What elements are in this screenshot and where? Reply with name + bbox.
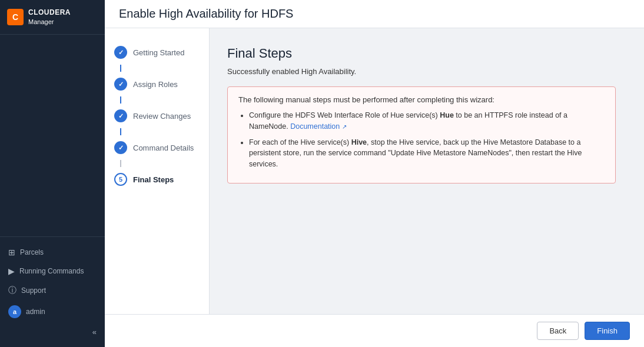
notice-list: Configure the HDFS Web Interface Role of… xyxy=(238,110,605,170)
checkmark-icon: ✓ xyxy=(118,81,124,88)
notice-box: The following manual steps must be perfo… xyxy=(227,86,616,183)
step-connector-3 xyxy=(120,128,121,135)
step-label-review-changes: Review Changes xyxy=(133,112,191,121)
step-connector-1 xyxy=(120,65,121,72)
step-label-assign-roles: Assign Roles xyxy=(133,80,178,89)
page-content: Final Steps Successfully enabled High Av… xyxy=(210,28,644,314)
finish-button[interactable]: Finish xyxy=(585,322,630,340)
page-header-title: Enable High Availability for HDFS xyxy=(119,7,630,21)
step-connector-2 xyxy=(120,96,121,104)
step-circle-command-details: ✓ xyxy=(114,141,127,154)
checkmark-icon: ✓ xyxy=(118,49,124,56)
sidebar-bottom: ⊞ Parcels ▶ Running Commands ⓘ Support a… xyxy=(0,236,105,347)
step-circle-assign-roles: ✓ xyxy=(114,78,127,91)
step-connector-4 xyxy=(120,160,121,167)
success-message: Successfully enabled High Availability. xyxy=(227,67,626,76)
step-circle-final-steps: 5 xyxy=(114,173,127,186)
notice-item-1-bold: Hue xyxy=(440,111,454,119)
parcels-icon: ⊞ xyxy=(8,248,15,257)
step-getting-started[interactable]: ✓ Getting Started xyxy=(105,40,209,65)
step-review-changes[interactable]: ✓ Review Changes xyxy=(105,104,209,128)
footer: Back Finish xyxy=(105,314,644,347)
logo-icon: C xyxy=(7,9,24,25)
logo-area: C CLOUDERA Manager xyxy=(0,0,105,35)
notice-intro: The following manual steps must be perfo… xyxy=(238,95,605,104)
notice-item-2-before: For each of the Hive service(s) xyxy=(249,138,351,146)
checkmark-icon: ✓ xyxy=(118,144,124,152)
sidebar-item-support[interactable]: ⓘ Support xyxy=(0,281,105,301)
wizard-steps-panel: ✓ Getting Started ✓ Assign Roles ✓ Revie… xyxy=(105,28,210,314)
step-circle-review-changes: ✓ xyxy=(114,109,127,122)
step-label-final-steps: Final Steps xyxy=(133,175,174,184)
sidebar-item-admin[interactable]: a admin xyxy=(0,301,105,323)
sidebar-collapse-button[interactable]: « xyxy=(0,323,105,341)
sidebar-item-running-commands[interactable]: ▶ Running Commands xyxy=(0,262,105,281)
notice-item-2: For each of the Hive service(s) Hive, st… xyxy=(249,137,605,170)
support-icon: ⓘ xyxy=(8,285,16,296)
notice-item-1-before: Configure the HDFS Web Interface Role of… xyxy=(249,111,440,119)
logo-text: CLOUDERA Manager xyxy=(28,8,71,26)
checkmark-icon: ✓ xyxy=(118,112,124,120)
step-command-details[interactable]: ✓ Command Details xyxy=(105,135,209,160)
notice-item-1: Configure the HDFS Web Interface Role of… xyxy=(249,110,605,132)
page-header: Enable High Availability for HDFS xyxy=(105,0,644,28)
step-circle-getting-started: ✓ xyxy=(114,46,127,59)
page-title: Final Steps xyxy=(227,46,626,61)
notice-item-2-bold: Hive xyxy=(351,138,367,146)
back-button[interactable]: Back xyxy=(537,322,579,340)
step-label-getting-started: Getting Started xyxy=(133,48,184,57)
documentation-link[interactable]: Documentation ↗ xyxy=(290,122,347,131)
sidebar-item-parcels[interactable]: ⊞ Parcels xyxy=(0,243,105,262)
step-assign-roles[interactable]: ✓ Assign Roles xyxy=(105,72,209,96)
avatar: a xyxy=(8,305,21,318)
sidebar: C CLOUDERA Manager ⊞ Parcels ▶ Running C… xyxy=(0,0,105,347)
running-commands-icon: ▶ xyxy=(8,266,15,276)
step-label-command-details: Command Details xyxy=(133,144,194,152)
step-final-steps[interactable]: 5 Final Steps xyxy=(105,167,209,192)
main-area: Enable High Availability for HDFS ✓ Gett… xyxy=(105,0,644,347)
external-link-icon: ↗ xyxy=(342,124,347,130)
content-area: ✓ Getting Started ✓ Assign Roles ✓ Revie… xyxy=(105,28,644,314)
